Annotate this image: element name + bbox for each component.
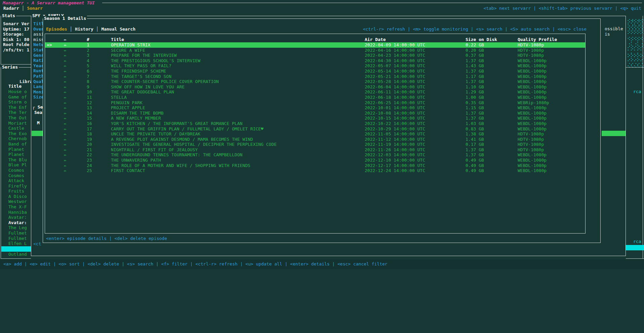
selected-season-row-fragment[interactable]: => (32, 131, 43, 136)
episode-row[interactable]: ✏23THE UNWAVERING PATH2022-12-10 14:00:0… (45, 158, 585, 163)
episode-row[interactable]: ✏16YOR'S KITCHEN / THE INFORMANT'S GREAT… (45, 121, 585, 126)
episodes-table-header: ✏ # Title Air Date Size on Disk Quality … (45, 37, 585, 42)
episode-row[interactable]: ✏22THE UNDERGROUND TENNIS TOURNAMENT: TH… (45, 152, 585, 158)
series-list-item[interactable]: The Exo (8, 131, 31, 136)
episode-number: 10 (87, 89, 111, 95)
tab-history[interactable]: History (75, 27, 93, 32)
series-list-item[interactable]: Cosmos (8, 168, 31, 173)
series-list-item[interactable]: Elfen L (8, 241, 31, 246)
episode-row[interactable]: ✏14DISARM THE TIME BOMB2022-10-08 14:00:… (45, 111, 585, 116)
series-list-item[interactable]: Cosmos (8, 173, 31, 178)
episode-quality: WEBDL-1080p (518, 105, 585, 111)
monitored-icon: ✏ (64, 126, 87, 132)
series-list-item[interactable]: House o (8, 89, 31, 94)
series-list-item[interactable]: The Blu (8, 157, 31, 163)
episode-title: DISARM THE TIME BOMB (111, 111, 365, 116)
episode-row[interactable]: ✏13PROJECT APPLE2022-10-01 14:00:00 UTC1… (45, 105, 585, 111)
series-list-item[interactable]: Game of (8, 94, 31, 100)
series-list-item[interactable]: Planet (8, 147, 31, 152)
series-list-item[interactable]: Avatar: (8, 220, 31, 225)
episode-row[interactable]: ✏9SHOW OFF HOW IN LOVE YOU ARE2022-06-04… (45, 84, 585, 90)
servarr-tab-sonarr[interactable]: Sonarr (27, 6, 43, 11)
episode-quality: WEBDL-1080p (518, 79, 585, 84)
stats-line: Sonarr Ver (3, 21, 31, 27)
series-list-item[interactable]: Castle (8, 126, 31, 131)
series-panel: Series Library│ Title House oGame ofStor… (1, 67, 31, 259)
episode-row[interactable]: ✏19A REVENGE PLOT AGAINST DESMOND / MAMA… (45, 137, 585, 142)
servarr-tab-radarr[interactable]: Radarr (3, 6, 19, 11)
episode-row[interactable]: ✏4THE PRESTIGIOUS SCHOOL'S INTERVIEW2022… (45, 58, 585, 64)
series-list-item[interactable]: Firefly (8, 183, 31, 189)
series-list-item[interactable]: Storm o (8, 99, 31, 105)
series-list-item[interactable]: The X-F (8, 204, 31, 210)
episode-air-date: 2022-06-25 14:00:00 UTC (365, 100, 466, 106)
episode-size: 1.37 GB (466, 58, 518, 64)
episode-row[interactable]: ✏18UNCLE THE PRIVATE TUTOR / DAYBREAK202… (45, 131, 585, 137)
monitored-icon: ✏ (64, 63, 87, 69)
series-list-item[interactable]: A Disco (8, 194, 31, 199)
tab-episodes[interactable]: Episodes (46, 27, 67, 32)
episode-row[interactable]: ✏11STELLA2022-06-18 14:00:00 UTC1.00 GBW… (45, 95, 585, 100)
monitored-icon: ✏ (64, 37, 87, 42)
episode-row[interactable]: ✏24THE ROLE OF A MOTHER AND WIFE / SHOPP… (45, 163, 585, 168)
series-list-item[interactable]: Chernob (8, 136, 31, 141)
episode-quality: WEBDL-1080p (518, 74, 585, 79)
series-list-item[interactable]: Band of (8, 141, 31, 147)
series-list-item[interactable]: Blue Pl (8, 162, 31, 168)
series-list-item[interactable]: Outland (8, 252, 31, 257)
episode-row[interactable]: ✏7THE TARGET'S SECOND SON2022-05-21 14:0… (45, 74, 585, 79)
series-list-selected-row[interactable]: =>SPY x F (1, 246, 31, 252)
series-list-item[interactable]: Moriart (8, 121, 31, 126)
episodes-table-body: =>✏1OPERATION STRIX2022-04-09 14:00:00 U… (45, 42, 585, 173)
episode-row[interactable]: ✏5WILL THEY PASS OR FAIL?2022-05-07 14:0… (45, 63, 585, 69)
episode-row[interactable]: ✏8THE COUNTER-SECRET POLICE COVER OPERAT… (45, 79, 585, 84)
stats-panel-title: Stats (1, 13, 16, 18)
monitored-icon: ✏ (64, 152, 87, 158)
episode-row[interactable]: ✏3PREPARE FOR THE INTERVIEW2022-04-23 14… (45, 53, 585, 58)
episode-number: 11 (87, 95, 111, 100)
series-list-item[interactable]: The Ter (8, 110, 31, 115)
episode-row[interactable]: ✏25FIRST CONTACT2022-12-24 14:00:00 UTC0… (45, 168, 585, 173)
series-list-item[interactable]: Fullmet (8, 236, 31, 241)
episode-size: 1.37 GB (466, 111, 518, 116)
series-list-item[interactable]: The Out (8, 115, 31, 121)
episode-row[interactable]: ✏17CARRY OUT THE GRIFFIN PLAN / FULLMETA… (45, 126, 585, 132)
episode-title: SHOW OFF HOW IN LOVE YOU ARE (111, 84, 365, 90)
episode-row[interactable]: ✏12PENGUIN PARK2022-06-25 14:00:00 UTC0.… (45, 100, 585, 106)
episode-row[interactable]: ✏21NIGHTFALL / FIRST FIT OF JEALOUSY2022… (45, 147, 585, 153)
series-list-item[interactable]: Avatar: (8, 215, 31, 220)
series-list-item[interactable]: Fullmet (8, 231, 31, 236)
episode-row[interactable]: ✏15A NEW FAMILY MEMBER2022-10-15 14:00:0… (45, 116, 585, 121)
series-list-item[interactable]: Hanniba (8, 210, 31, 215)
tab-manual-search[interactable]: Manual Search (101, 27, 135, 32)
series-list-item[interactable]: Westwor (8, 199, 31, 204)
series-list-trailing: Outland (8, 252, 31, 257)
series-list-item[interactable]: Planet (8, 152, 31, 157)
series-list-item[interactable]: Attack (8, 178, 31, 183)
episode-quality: WEBDL-1080p (518, 126, 585, 132)
episode-size: 1.29 GB (466, 89, 518, 95)
episode-row[interactable]: =>✏1OPERATION STRIX2022-04-09 14:00:00 U… (45, 42, 585, 48)
monitored-icon: ✏ (64, 137, 87, 142)
episode-air-date: 2022-12-03 14:00:00 UTC (365, 152, 466, 158)
episode-air-date: 2022-12-24 14:00:00 UTC (365, 168, 466, 173)
stats-line: /nfs/tv: 1 (3, 47, 31, 53)
episode-row[interactable]: ✏2SECURE A WIFE2022-04-16 14:00:00 UTC0.… (45, 48, 585, 53)
episode-title: THE COUNTER-SECRET POLICE COVER OPERATIO… (111, 79, 365, 84)
stats-line: Storage: (3, 32, 31, 37)
episode-number: 24 (87, 163, 111, 168)
episode-quality: WEBDL-1080p (518, 84, 585, 90)
episode-row[interactable]: ✏20INVESTIGATE THE GENERAL HOSPITAL / DE… (45, 142, 585, 147)
series-list-item[interactable]: Fruits (8, 189, 31, 194)
episode-size: 1.38 GB (466, 131, 518, 137)
episode-size: 0.83 GB (466, 126, 518, 132)
series-list-item[interactable]: The Leg (8, 225, 31, 231)
episode-row[interactable]: ✏10THE GREAT DODGEBALL PLAN2022-06-11 14… (45, 89, 585, 95)
episode-title: PREPARE FOR THE INTERVIEW (111, 53, 365, 58)
episode-row[interactable]: ✏6THE FRIENDSHIP SCHEME2022-05-14 14:00:… (45, 69, 585, 74)
monitored-icon: ✏ (64, 168, 87, 173)
episode-quality: WEBDL-1080p (518, 89, 585, 95)
episode-title: SECURE A WIFE (111, 48, 365, 53)
episode-quality: HDTV-1080p (518, 147, 585, 153)
series-list-item[interactable]: The Enf (8, 105, 31, 110)
